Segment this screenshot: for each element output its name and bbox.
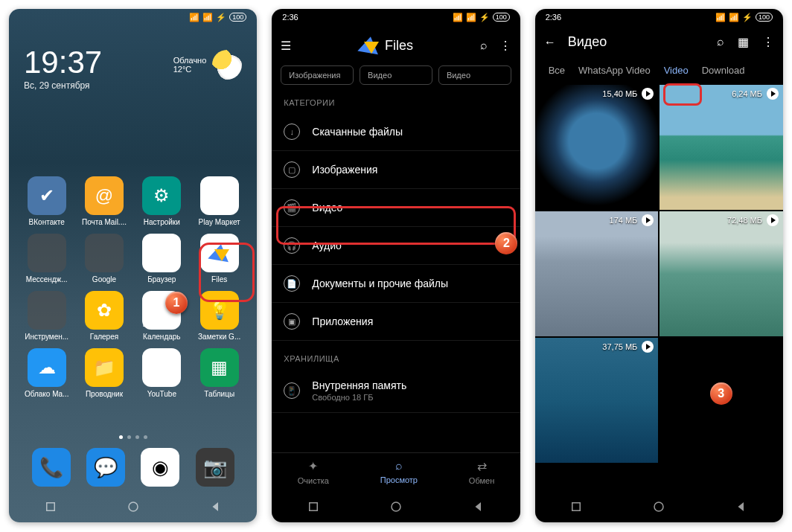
video-item[interactable]: 37,75 МБ xyxy=(535,338,659,463)
categories-list: ↓Скачанные файлы▢Изображения🎬Видео🎧Аудио… xyxy=(272,113,520,341)
storage-label: Внутренняя память xyxy=(312,379,406,391)
storage-internal[interactable]: 📱 Внутренняя память Свободно 18 ГБ xyxy=(272,369,520,413)
battery-pct: 100 xyxy=(229,13,246,22)
signal-icon: 📶 xyxy=(466,13,476,22)
tab-whatsapp[interactable]: WhatsApp Video xyxy=(578,65,651,76)
app-label: Проводник xyxy=(86,390,123,398)
app-files[interactable]: Files xyxy=(194,234,245,283)
search-icon[interactable]: ⌕ xyxy=(717,35,724,49)
tab-all[interactable]: Все xyxy=(549,65,565,76)
clock-widget[interactable]: 19:37 Вс, 29 сентября xyxy=(24,45,102,91)
app-title-text: Files xyxy=(385,38,413,54)
view-icon[interactable]: ▦ xyxy=(738,35,749,49)
nav-recents[interactable] xyxy=(307,500,320,513)
weather-widget[interactable]: Облачно 12°C xyxy=(173,50,243,80)
category-audio[interactable]: 🎧Аудио xyxy=(272,227,520,265)
weather-icon xyxy=(212,50,242,80)
app-google[interactable]: Google xyxy=(78,234,130,283)
recent-chip[interactable]: Изображения xyxy=(281,65,354,85)
nav-home[interactable] xyxy=(389,500,403,513)
svg-rect-4 xyxy=(572,503,581,511)
more-icon[interactable]: ⋮ xyxy=(499,39,511,53)
status-icons: 📶 📶 ⚡ 100 xyxy=(715,13,773,22)
category-images[interactable]: ▢Изображения xyxy=(272,151,520,189)
app-g[interactable]: 💡Заметки G... xyxy=(194,291,245,341)
dock-phone[interactable]: 📞 xyxy=(32,448,71,487)
storage-heading: ХРАНИЛИЩА xyxy=(272,341,520,369)
app-[interactable]: ✔ВКонтакте xyxy=(21,176,72,226)
images-icon: ▢ xyxy=(284,161,300,178)
nav-home[interactable] xyxy=(652,500,665,513)
video-size: 72,48 МБ xyxy=(727,216,762,225)
video-item[interactable]: 15,40 МБ xyxy=(535,85,659,210)
app-label: YouTube xyxy=(147,390,176,398)
video-item[interactable]: 174 МБ xyxy=(535,211,659,336)
weather-condition: Облачно xyxy=(173,56,207,65)
tab-download[interactable]: Download xyxy=(702,65,745,76)
app-label: Настройки xyxy=(144,218,180,226)
app-[interactable]: YБраузер xyxy=(136,234,188,283)
app-grid: ✔ВКонтакте@Почта Mail....⚙Настройки▶Play… xyxy=(9,176,257,398)
category-apps[interactable]: ▣Приложения xyxy=(272,303,520,341)
app-[interactable]: Инструмен... xyxy=(21,291,72,341)
play-icon xyxy=(767,214,779,226)
app-[interactable]: ▦Таблицы xyxy=(194,348,245,398)
bottomnav-clean[interactable]: ✦Очистка xyxy=(298,459,329,485)
dock-camera[interactable]: 📷 xyxy=(196,448,234,487)
video-item[interactable]: 72,48 МБ xyxy=(660,211,783,336)
app-youtube[interactable]: ▶YouTube xyxy=(136,348,188,398)
app-play[interactable]: ▶Play Маркет xyxy=(194,176,245,226)
app-label: Браузер xyxy=(147,275,176,283)
weather-temp: 12°C xyxy=(173,65,207,74)
nav-home[interactable] xyxy=(127,500,140,513)
back-icon[interactable]: ← xyxy=(544,36,556,49)
recent-chip[interactable]: Видео xyxy=(438,65,511,85)
bottomnav-label: Просмотр xyxy=(380,475,418,484)
app-[interactable]: 📁Проводник xyxy=(78,348,130,398)
video-icon: 🎬 xyxy=(284,199,300,216)
menu-icon[interactable]: ☰ xyxy=(281,39,291,53)
video-item[interactable]: 6,24 МБ xyxy=(660,85,783,210)
app-ma[interactable]: ☁Облако Ma... xyxy=(21,348,72,398)
app-label: ВКонтакте xyxy=(29,218,65,226)
storage-free: Свободно 18 ГБ xyxy=(312,393,406,402)
recent-chips: ИзображенияВидеоВидео xyxy=(272,65,520,85)
category-documents[interactable]: 📄Документы и прочие файлы xyxy=(272,265,520,303)
nav-recents[interactable] xyxy=(44,500,57,513)
app-icon-graphic: ▦ xyxy=(200,348,239,387)
dock: 📞💬◉📷 xyxy=(9,448,257,487)
tab-video[interactable]: Video xyxy=(664,65,689,76)
nav-recents[interactable] xyxy=(569,500,583,513)
app-[interactable]: ⚙Настройки xyxy=(136,176,188,226)
bottomnav-browse[interactable]: ⌕Просмотр xyxy=(380,459,418,485)
search-icon[interactable]: ⌕ xyxy=(480,39,488,52)
app-label: Play Маркет xyxy=(199,218,240,226)
app-[interactable]: ✿Галерея xyxy=(78,291,130,341)
downloads-icon: ↓ xyxy=(284,124,300,140)
video-size: 15,40 МБ xyxy=(602,89,637,98)
svg-rect-2 xyxy=(310,503,318,511)
app-icon-graphic: ✔ xyxy=(28,176,66,215)
more-icon[interactable]: ⋮ xyxy=(762,35,774,49)
app-[interactable]: Мессендж... xyxy=(21,234,72,283)
nav-back[interactable] xyxy=(735,500,748,513)
category-downloads[interactable]: ↓Скачанные файлы xyxy=(272,113,520,151)
category-video[interactable]: 🎬Видео xyxy=(272,189,520,227)
dock-messages[interactable]: 💬 xyxy=(86,448,125,487)
battery-icon: ⚡ xyxy=(742,13,753,22)
app-mail[interactable]: @Почта Mail.... xyxy=(78,176,130,226)
bottomnav-label: Обмен xyxy=(469,476,494,485)
bottomnav-share[interactable]: ⇄Обмен xyxy=(469,459,494,485)
status-bar: 📶 📶 ⚡ 100 xyxy=(9,9,257,25)
clock-time: 19:37 xyxy=(24,45,102,80)
phone-files-app: 2:36 📶 📶 ⚡ 100 ☰ Files ⌕ ⋮ ИзображенияВи… xyxy=(272,9,520,522)
wifi-icon: 📶 xyxy=(189,13,199,22)
nav-back[interactable] xyxy=(209,500,223,513)
wifi-icon: 📶 xyxy=(715,13,726,22)
app-label: Files xyxy=(211,275,227,283)
recent-chip[interactable]: Видео xyxy=(360,65,432,85)
weather-text: Облачно 12°C xyxy=(173,56,207,74)
status-bar: 2:36 📶 📶 ⚡ 100 xyxy=(535,9,783,25)
dock-chrome[interactable]: ◉ xyxy=(141,448,179,487)
nav-back[interactable] xyxy=(472,500,485,513)
